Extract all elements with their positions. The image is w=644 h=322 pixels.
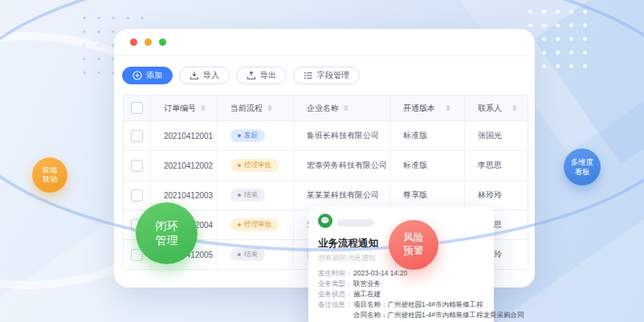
order-number-cell: 20210412002: [151, 151, 218, 180]
window-minimize-dot[interactable]: [145, 39, 152, 46]
notification-field-row: 备注信息：项目名称：广州碧桂园1-4#市内精装修工程: [318, 300, 484, 310]
import-button[interactable]: 导入: [179, 67, 230, 84]
status-pill-label: 结束: [244, 190, 258, 200]
company-cell: 某某某科技有限公司: [294, 181, 390, 210]
status-pill: 经理审批: [230, 159, 279, 172]
add-button-label: 添加: [146, 70, 162, 81]
contact-cell: 林玲玲: [465, 181, 528, 210]
badge-risk-warning: 风险 预警: [389, 220, 438, 270]
badge-text: 联动: [43, 175, 57, 184]
export-upload-icon: [247, 71, 256, 80]
status-dot-icon: [238, 223, 241, 226]
header-order: 订单编号: [151, 96, 218, 120]
toolbar: 添加 导入 导出 字段管理: [114, 56, 535, 95]
version-cell: 尊享版: [390, 181, 465, 210]
import-download-icon: [190, 71, 199, 80]
status-pill: 经理审批: [230, 218, 279, 231]
status-dot-icon: [238, 134, 241, 137]
field-label: 发生时间：: [318, 268, 353, 279]
field-label: 业务类型：: [318, 279, 353, 289]
header-contact: 联系人: [465, 96, 528, 120]
notification-field-row: 发生时间：2023-03-14 14:20: [318, 268, 484, 279]
contact-cell: 张国光: [465, 121, 528, 150]
notification-field-row: 业务类型：联营业务: [318, 279, 484, 289]
page-background: 添加 导入 导出 字段管理: [0, 0, 644, 322]
notification-fields: 发生时间：2023-03-14 14:20 业务类型：联营业务 业务状态：施工在…: [318, 268, 484, 322]
field-label: 备注信息：: [318, 300, 353, 310]
sort-flow-icon[interactable]: [267, 105, 272, 112]
header-company-label: 企业名称: [307, 103, 339, 114]
field-value: 施工在建: [353, 289, 381, 300]
badge-dual-linkage: 双端 联动: [32, 157, 67, 193]
row-checkbox[interactable]: [131, 160, 143, 172]
window-titlebar: [114, 29, 535, 56]
status-dot-icon: [238, 194, 241, 197]
flow-cell: 经理审批: [218, 151, 294, 180]
company-cell: 宏泰劳务科技有限公司: [294, 151, 390, 180]
window-close-dot[interactable]: [130, 39, 137, 46]
flow-cell: 结束: [218, 181, 294, 210]
version-cell: 标准版: [390, 151, 465, 180]
add-button[interactable]: 添加: [122, 67, 173, 84]
window-zoom-dot[interactable]: [159, 39, 166, 46]
select-all-checkbox[interactable]: [131, 102, 143, 114]
table-row: 20210412001 发起 鲁班长科技有限公司 标准版 张国光: [124, 120, 528, 150]
badge-text: 看板: [575, 167, 590, 177]
decor-streak-top-right-blue: [533, 0, 644, 165]
export-button[interactable]: 导出: [236, 67, 287, 84]
row-checkbox-cell: [124, 151, 151, 180]
flow-cell: 经理审批: [218, 210, 294, 239]
status-dot-icon: [238, 164, 241, 167]
status-pill-label: 经理审批: [244, 220, 271, 230]
list-settings-icon: [304, 71, 313, 80]
field-value: 联营业务: [353, 279, 381, 289]
version-cell: 标准版: [390, 121, 465, 150]
header-company: 企业名称: [294, 96, 390, 120]
plus-circle-icon: [132, 71, 142, 80]
status-pill: 发起: [230, 129, 265, 142]
badge-text: 闭环: [156, 219, 178, 234]
header-flow: 当前流程: [218, 96, 294, 120]
row-checkbox-cell: [124, 181, 151, 210]
field-label: 业务状态：: [318, 289, 353, 300]
sort-order-icon[interactable]: [201, 105, 206, 112]
sort-version-icon[interactable]: [446, 105, 450, 112]
contact-cell: 李思思: [465, 151, 528, 180]
row-checkbox[interactable]: [131, 130, 143, 142]
badge-text: 双端: [43, 166, 57, 175]
export-button-label: 导出: [260, 70, 276, 81]
badge-text: 风险: [404, 232, 424, 245]
header-version: 开通版本: [390, 96, 465, 120]
field-management-button[interactable]: 字段管理: [293, 67, 360, 84]
notification-field-row: 合同名称：广州碧桂园1-4#市内精装修工程龙骨采购合同: [318, 310, 484, 320]
flow-cell: 发起: [218, 121, 294, 150]
status-pill: 结束: [230, 189, 265, 202]
order-number-cell: 20210412001: [151, 121, 218, 150]
status-pill-label: 经理审批: [244, 161, 271, 170]
table-header-row: 订单编号 当前流程 企业名称 开通版本 联系人: [124, 96, 528, 120]
header-order-label: 订单编号: [164, 103, 196, 114]
field-label: [318, 310, 353, 320]
status-pill-label: 发起: [244, 131, 258, 141]
badge-text: 多维度: [571, 157, 594, 167]
table-row: 20210412002 经理审批 宏泰劳务科技有限公司 标准版 李思思: [124, 150, 528, 180]
header-version-label: 开通版本: [403, 103, 435, 114]
field-value: 合同名称：广州碧桂园1-4#市内精装修工程龙骨采购合同: [353, 310, 524, 320]
header-contact-label: 联系人: [478, 103, 502, 114]
sort-company-icon[interactable]: [344, 105, 348, 112]
badge-closed-loop: 闭环 管理: [136, 202, 198, 264]
import-button-label: 导入: [203, 70, 219, 81]
row-checkbox[interactable]: [131, 190, 143, 202]
notification-sender-placeholder: [337, 219, 374, 226]
field-management-button-label: 字段管理: [317, 70, 349, 81]
sort-contact-icon[interactable]: [512, 105, 517, 112]
row-checkbox-cell: [124, 121, 151, 150]
badge-text: 管理: [156, 234, 178, 248]
field-value: 2023-03-14 14:20: [353, 268, 407, 279]
header-checkbox-cell: [124, 96, 151, 120]
flow-cell: 结束: [218, 240, 294, 269]
status-pill: 结束: [230, 248, 265, 261]
company-cell: 鲁班长科技有限公司: [294, 121, 390, 150]
badge-multidim-board: 多维度 看板: [564, 149, 601, 185]
table-row: 20210412003 结束 某某某科技有限公司 尊享版 林玲玲: [124, 180, 528, 210]
